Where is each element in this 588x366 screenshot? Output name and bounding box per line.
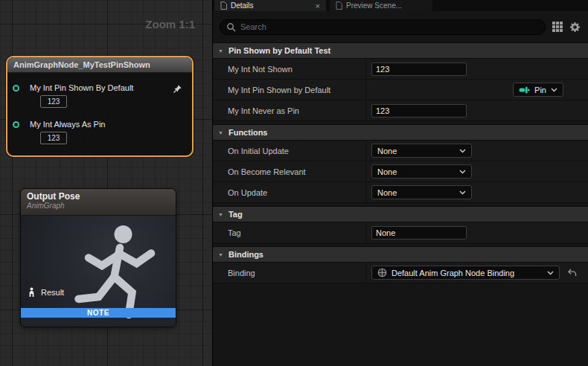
- section-header[interactable]: ▼ Tag: [213, 206, 588, 222]
- property-row: My Int Pin Shown by Default Pin: [213, 80, 588, 100]
- close-icon[interactable]: ×: [316, 2, 320, 10]
- anim-graph-test-node[interactable]: AnimGraphNode_MyTestPinShown My Int Pin …: [6, 56, 194, 157]
- search-box[interactable]: [220, 19, 546, 35]
- tab-well: Details × Preview Scene...: [213, 0, 588, 11]
- details-tab-icon: [220, 1, 227, 10]
- section-title: Functions: [229, 128, 268, 137]
- property-label: My Int Never as Pin: [213, 100, 365, 121]
- on-initial-update-dropdown[interactable]: None: [371, 144, 472, 158]
- output-pose-node[interactable]: Output Pose AnimGraph: [20, 188, 176, 327]
- property-label: On Initial Update: [213, 141, 365, 161]
- property-row: My Int Not Shown: [213, 59, 588, 80]
- pin-label: My Int Always As Pin: [30, 120, 105, 129]
- section-header[interactable]: ▼ Bindings: [213, 246, 588, 263]
- node-header[interactable]: Output Pose AnimGraph: [21, 189, 176, 216]
- thumbtack-pin-icon[interactable]: [173, 83, 182, 97]
- node-body: Result NOTE: [21, 216, 176, 318]
- on-update-dropdown[interactable]: None: [371, 185, 472, 199]
- search-icon: [226, 22, 236, 32]
- property-label: On Update: [213, 182, 365, 202]
- chevron-down-icon: [547, 271, 554, 275]
- node-title: Output Pose: [27, 191, 170, 202]
- property-row: Binding Default Anim Graph Node Binding: [213, 263, 588, 283]
- property-row: On Initial Update None: [213, 141, 588, 161]
- tab-preview-scene[interactable]: Preview Scene...: [330, 0, 432, 11]
- dropdown-value: None: [377, 147, 397, 155]
- anim-graph-editor: Zoom 1:1 AnimGraphNode_MyTestPinShown My…: [0, 0, 588, 366]
- gear-icon[interactable]: [569, 21, 581, 33]
- chevron-down-icon: ▼: [218, 130, 223, 135]
- chevron-down-icon: [459, 190, 466, 195]
- section-bindings: ▼ Bindings Binding Default Anim Graph No…: [213, 246, 588, 283]
- pin-default-value-box[interactable]: 123: [40, 132, 67, 144]
- pin-icon: [519, 86, 530, 94]
- result-pin-label: Result: [41, 288, 64, 297]
- pin-visibility-dropdown[interactable]: Pin: [513, 83, 563, 97]
- binding-class-icon: [377, 268, 387, 277]
- int-pin-icon[interactable]: [13, 85, 19, 92]
- search-row: [213, 11, 588, 42]
- graph-canvas[interactable]: Zoom 1:1 AnimGraphNode_MyTestPinShown My…: [0, 0, 212, 366]
- property-row: On Become Relevant None: [213, 161, 588, 182]
- tab-details[interactable]: Details ×: [214, 0, 326, 11]
- section-title: Pin Shown by Default Test: [229, 46, 330, 55]
- node-subtitle: AnimGraph: [27, 202, 170, 210]
- property-row: On Update None: [213, 182, 588, 203]
- tab-label: Preview Scene...: [346, 1, 402, 10]
- property-matrix-icon[interactable]: [551, 21, 563, 33]
- note-bubble[interactable]: NOTE: [21, 308, 176, 318]
- tag-input[interactable]: [371, 226, 467, 240]
- section-title: Tag: [229, 210, 243, 219]
- property-label: On Become Relevant: [213, 161, 365, 182]
- node-title[interactable]: AnimGraphNode_MyTestPinShown: [7, 57, 192, 73]
- chevron-down-icon: [459, 170, 466, 174]
- section-tag: ▼ Tag Tag: [213, 206, 588, 243]
- section-title: Bindings: [229, 250, 263, 259]
- zoom-level-label: Zoom 1:1: [145, 18, 195, 30]
- property-label: My Int Not Shown: [213, 59, 365, 79]
- chevron-down-icon: ▼: [218, 212, 223, 217]
- preview-scene-tab-icon: [336, 1, 342, 10]
- pose-pin-icon: [28, 287, 36, 297]
- section-pin-shown-by-default-test: ▼ Pin Shown by Default Test My Int Not S…: [213, 42, 588, 121]
- dropdown-value: Default Anim Graph Node Binding: [392, 269, 543, 277]
- chevron-down-icon: [551, 88, 557, 92]
- on-become-relevant-dropdown[interactable]: None: [371, 164, 472, 179]
- property-row: My Int Never as Pin: [213, 100, 588, 121]
- property-row: Tag: [213, 222, 588, 243]
- binding-dropdown[interactable]: Default Anim Graph Node Binding: [371, 266, 560, 280]
- int-pin-icon[interactable]: [13, 121, 19, 128]
- dropdown-value: None: [377, 167, 397, 176]
- my-int-never-as-pin-input[interactable]: [371, 104, 467, 118]
- pin-default-value-box[interactable]: 123: [40, 95, 67, 108]
- chevron-down-icon: ▼: [218, 48, 223, 54]
- result-pose-pin[interactable]: Result: [28, 287, 64, 297]
- search-input[interactable]: [240, 22, 539, 31]
- section-functions: ▼ Functions On Initial Update None On Be…: [213, 124, 588, 203]
- details-panel: Details × Preview Scene... ▼: [212, 0, 588, 366]
- undo-arrow-icon[interactable]: [567, 269, 577, 277]
- chevron-down-icon: [459, 149, 466, 153]
- property-label: My Int Pin Shown by Default: [213, 80, 365, 100]
- section-header[interactable]: ▼ Functions: [213, 124, 588, 141]
- my-int-not-shown-input[interactable]: [371, 62, 467, 76]
- pin-label: My Int Pin Shown By Default: [30, 83, 133, 92]
- property-label: Tag: [213, 222, 365, 243]
- property-label: Binding: [213, 263, 365, 283]
- tab-label: Details: [231, 1, 254, 10]
- dropdown-value: Pin: [534, 86, 546, 94]
- chevron-down-icon: ▼: [218, 252, 223, 257]
- dropdown-value: None: [377, 188, 397, 197]
- section-header[interactable]: ▼ Pin Shown by Default Test: [213, 42, 588, 59]
